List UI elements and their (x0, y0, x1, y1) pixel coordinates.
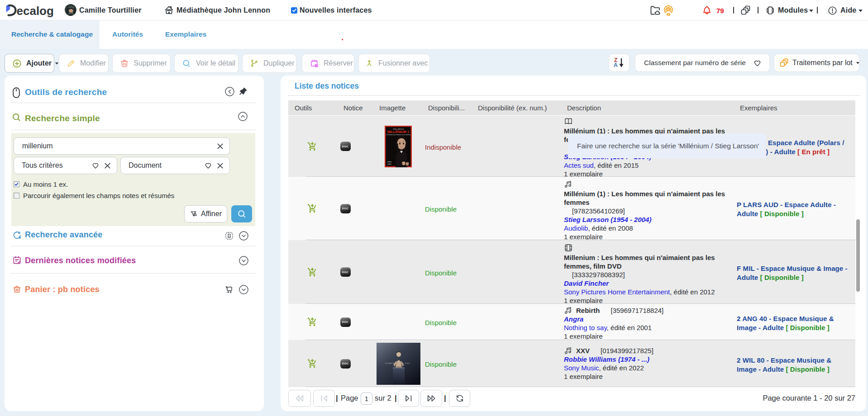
add-to-basket-icon[interactable] (302, 177, 322, 240)
record-author-link[interactable]: Stieg Larsson (1954 - 2004) (564, 215, 732, 224)
criteria-select[interactable]: Tous critères (14, 157, 117, 174)
broadcast-person-icon[interactable] (663, 5, 674, 16)
record-exemplaires[interactable]: P LARS AUD - Espace Adulte -Adulte [ Dis… (737, 177, 858, 218)
record-exemplaires[interactable]: F MIL - Espace Musique & Image -Adulte [… (737, 240, 858, 282)
add-button[interactable]: Ajouter (5, 54, 54, 73)
doc-badge[interactable]: DOC (335, 304, 355, 340)
decalog-logo[interactable]: ecalog (5, 3, 58, 18)
record-imagette[interactable]: ROBBIEXXV (370, 340, 426, 387)
bell-icon[interactable] (702, 5, 712, 15)
record-publisher-link[interactable]: Sony Music (564, 364, 599, 372)
expand-section-button[interactable] (239, 231, 248, 241)
vertical-scrollbar[interactable] (856, 219, 860, 292)
cart-icon[interactable] (224, 284, 234, 294)
record-row[interactable]: DOCDisponibleMillénium (1) : Les hommes … (288, 177, 855, 240)
basket-title[interactable]: Panier : pb notices (25, 285, 100, 294)
record-row[interactable]: DOCDisponibleMillenium : Les hommes qui … (288, 240, 855, 304)
recent-records-title[interactable]: Dernières notices modifiées (25, 256, 136, 265)
reserve-button[interactable]: Réserver (302, 54, 354, 73)
doc-badge[interactable]: DOC (335, 116, 355, 177)
doc-badge[interactable]: DOC (335, 177, 355, 240)
millenium-book-cover[interactable]: STIEG LARSSONMILLÉNIUM 1Les hommes qui n… (385, 126, 412, 167)
simple-search-title[interactable]: Recherche simple (25, 113, 100, 123)
doctype-select[interactable]: Document (120, 157, 230, 174)
sort-select[interactable]: Classement par numéro de série (635, 54, 770, 72)
tab-autorites[interactable]: Autorités (112, 30, 143, 38)
checkbox-unchecked-icon[interactable] (14, 193, 19, 199)
column-disponibilite-num[interactable]: Disponibilité (ex. num.) (478, 104, 547, 112)
info-circle-icon[interactable] (828, 6, 837, 15)
view-detail-button[interactable]: Voir le détail (174, 54, 238, 73)
heart-icon[interactable] (753, 59, 762, 67)
record-publisher-link[interactable]: Audiolib (564, 224, 588, 232)
help-menu[interactable]: Aide (840, 6, 856, 14)
column-disponibilite[interactable]: Disponibili... (428, 104, 465, 112)
tab-recherche-catalogage[interactable]: Recherche & catalogage (11, 30, 93, 38)
column-notice[interactable]: Notice (343, 104, 363, 112)
batch-actions-button[interactable]: Traitements par lot (774, 54, 859, 72)
refresh-button[interactable] (449, 390, 470, 407)
heart-icon[interactable] (204, 161, 212, 170)
record-author-link[interactable]: Robbie Williams (1974 - ...) (564, 355, 732, 364)
last-page-button[interactable] (420, 390, 442, 407)
record-exemplaires[interactable]: 2 WIL 80 - Espace Musique &Image - Adult… (737, 340, 858, 374)
min-copies-option[interactable]: Au moins 1 ex. (14, 180, 68, 188)
clear-icon[interactable] (216, 162, 224, 170)
folder-cloud-icon[interactable] (650, 5, 661, 15)
record-row[interactable]: DOCDisponibleRebirth[3596971718824]Angra… (288, 304, 855, 340)
search-submit-button[interactable] (231, 205, 252, 222)
bookmark-box-icon[interactable] (224, 231, 234, 241)
record-exemplaires[interactable]: 2 ANG 40 - Espace Musique &Image - Adult… (737, 304, 858, 332)
edit-button[interactable]: Modifier (59, 54, 109, 73)
add-to-basket-icon[interactable] (302, 240, 322, 304)
record-publisher-link[interactable]: Actes sud (564, 161, 594, 169)
new-interfaces-label[interactable]: Nouvelles interfaces (300, 6, 372, 14)
xxv-album-cover[interactable]: ROBBIEXXV (377, 343, 420, 385)
new-interfaces-checkbox[interactable] (291, 7, 297, 14)
column-description[interactable]: Description (567, 104, 601, 112)
user-avatar[interactable] (65, 4, 76, 16)
record-publisher-link[interactable]: Nothing to say (564, 324, 607, 331)
modules-icon[interactable] (765, 5, 775, 15)
next-page-button[interactable] (398, 390, 419, 407)
search-notes-option[interactable]: Parcourir également les champs notes et … (14, 192, 174, 199)
record-imagette[interactable]: STIEG LARSSONMILLÉNIUM 1Les hommes qui n… (370, 116, 426, 177)
collapse-panel-button[interactable] (225, 87, 234, 96)
collapse-section-button[interactable] (238, 112, 248, 121)
record-row[interactable]: DOCROBBIEXXVDisponibleXXV[0194399217825]… (288, 340, 855, 387)
merge-button[interactable]: Fusionner avec (358, 54, 430, 73)
duplicate-button[interactable]: Dupliquer (242, 54, 296, 73)
clear-icon[interactable] (216, 142, 224, 150)
overlapping-squares-icon[interactable] (741, 5, 751, 15)
refine-button[interactable]: Affiner (184, 205, 227, 222)
user-name[interactable]: Camille Tourtillier (79, 6, 142, 14)
search-query-input[interactable]: millenium (14, 137, 230, 155)
column-exemplaires[interactable]: Exemplaires (740, 104, 777, 112)
column-outils[interactable]: Outils (295, 104, 312, 112)
heart-icon[interactable] (91, 161, 100, 170)
first-page-button[interactable] (288, 390, 311, 407)
delete-button[interactable]: Supprimer (112, 54, 171, 73)
doc-badge[interactable]: DOC (335, 240, 355, 304)
add-to-basket-icon[interactable] (302, 304, 322, 340)
add-to-basket-icon[interactable] (302, 340, 322, 387)
previous-page-button[interactable] (313, 390, 335, 407)
notification-count[interactable]: 79 (716, 7, 724, 14)
pin-icon[interactable] (238, 86, 248, 96)
doc-badge[interactable]: DOC (335, 340, 355, 387)
record-publisher-link[interactable]: Sony Pictures Home Entertainment (564, 288, 670, 296)
record-author-link[interactable]: David Fincher (564, 279, 732, 288)
record-author-link[interactable]: Angra (564, 315, 732, 323)
library-name[interactable]: Médiathèque John Lennon (176, 6, 270, 14)
sort-order-button[interactable]: Z A (609, 54, 630, 72)
clear-icon[interactable] (104, 162, 111, 170)
page-number-input[interactable]: 1 (361, 392, 372, 405)
column-imagette[interactable]: Imagette (379, 104, 405, 112)
modules-menu[interactable]: Modules (778, 6, 808, 14)
expand-section-button[interactable] (239, 285, 248, 294)
tab-exemplaires[interactable]: Exemplaires (165, 30, 206, 38)
expand-section-button[interactable] (239, 256, 248, 265)
checkbox-checked-icon[interactable] (14, 181, 19, 187)
advanced-search-title[interactable]: Recherche avancée (25, 230, 103, 240)
add-to-basket-icon[interactable] (302, 116, 322, 177)
